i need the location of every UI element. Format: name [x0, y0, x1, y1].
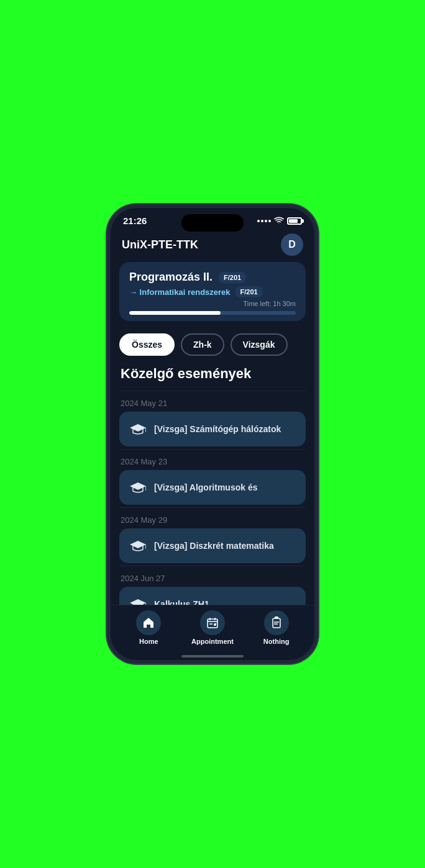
app-header: UniX-PTE-TTK D	[111, 228, 314, 262]
filter-tab-zhk[interactable]: Zh-k	[181, 333, 224, 356]
course-badge: F/201	[219, 272, 246, 283]
graduation-cap-icon-2	[130, 481, 146, 494]
signal-dots-icon	[257, 220, 271, 222]
date-label-2: 2024 May 23	[111, 452, 314, 470]
course-card[interactable]: Programozás II. F/201 → Informatikai ren…	[119, 262, 306, 321]
svg-marker-0	[130, 424, 146, 432]
date-label-3: 2024 May 29	[111, 510, 314, 528]
progress-bar	[129, 311, 296, 315]
event-icon-1	[129, 420, 147, 438]
nav-item-home[interactable]: Home	[127, 610, 170, 645]
avatar[interactable]: D	[281, 233, 303, 256]
appointment-icon	[206, 617, 219, 629]
svg-marker-4	[130, 541, 146, 548]
nav-label-appointment: Appointment	[191, 638, 234, 645]
bottom-nav: Home Appointment	[111, 605, 314, 655]
event-text-2: [Vizsga] Algoritmusok és	[154, 482, 257, 492]
home-bar	[181, 655, 244, 658]
divider-1	[119, 391, 306, 391]
filter-tab-osszes[interactable]: Összes	[119, 333, 175, 356]
course-title: Programozás II.	[129, 271, 212, 284]
battery-icon	[287, 217, 302, 225]
graduation-cap-icon-3	[130, 540, 146, 552]
section-title: Közelgő események	[111, 362, 314, 388]
date-label-4: 2024 Jun 27	[111, 569, 314, 587]
svg-marker-6	[130, 599, 146, 605]
course-subtitle: → Informatikai rendszerek F/201	[129, 286, 296, 297]
nothing-icon-wrap	[264, 610, 289, 635]
phone-frame: 21:26 UniX-PTE-TTK D	[107, 204, 318, 664]
appointment-icon-wrap	[200, 610, 225, 635]
graduation-cap-icon-4	[130, 598, 146, 605]
scroll-area[interactable]: UniX-PTE-TTK D Programozás II. F/201 → I…	[111, 228, 314, 605]
divider-3	[119, 507, 306, 508]
time-left: Time left: 1h 30m	[129, 300, 296, 307]
svg-marker-2	[130, 482, 146, 490]
event-icon-2	[129, 479, 147, 496]
divider-2	[119, 449, 306, 450]
nav-label-home: Home	[139, 638, 158, 645]
event-text-1: [Vizsga] Számítógép hálózatok	[154, 424, 281, 434]
graduation-cap-icon	[130, 423, 146, 435]
event-item-1[interactable]: [Vizsga] Számítógép hálózatok	[119, 412, 306, 446]
event-text-4: Kalkulus ZH1	[154, 599, 209, 605]
filter-tab-vizsgak[interactable]: Vizsgák	[231, 333, 288, 356]
progress-bar-fill	[129, 311, 221, 315]
event-icon-3	[129, 537, 147, 554]
nav-item-nothing[interactable]: Nothing	[255, 610, 298, 645]
home-icon	[142, 617, 155, 629]
svg-rect-15	[273, 618, 280, 628]
event-icon-4	[129, 595, 147, 605]
dynamic-island	[181, 214, 244, 232]
nav-label-nothing: Nothing	[263, 638, 290, 645]
home-icon-wrap	[136, 610, 161, 635]
filter-tabs: Összes Zh-k Vizsgák	[111, 328, 314, 362]
wifi-icon	[274, 217, 284, 225]
course-subtitle-badge: F/201	[235, 286, 263, 297]
course-subtitle-text: → Informatikai rendszerek	[129, 287, 231, 297]
status-time: 21:26	[123, 215, 147, 226]
nav-item-appointment[interactable]: Appointment	[191, 610, 234, 645]
event-text-3: [Vizsga] Diszkrét matematika	[154, 541, 274, 551]
event-item-2[interactable]: [Vizsga] Algoritmusok és	[119, 470, 306, 505]
divider-4	[119, 566, 306, 566]
course-card-header: Programozás II. F/201	[129, 271, 296, 284]
date-label-1: 2024 May 21	[111, 394, 314, 412]
app-title: UniX-PTE-TTK	[122, 238, 198, 251]
status-icons	[257, 217, 302, 225]
event-item-3[interactable]: [Vizsga] Diszkrét matematika	[119, 528, 306, 563]
nothing-icon	[270, 617, 283, 629]
event-item-4[interactable]: Kalkulus ZH1	[119, 587, 306, 605]
